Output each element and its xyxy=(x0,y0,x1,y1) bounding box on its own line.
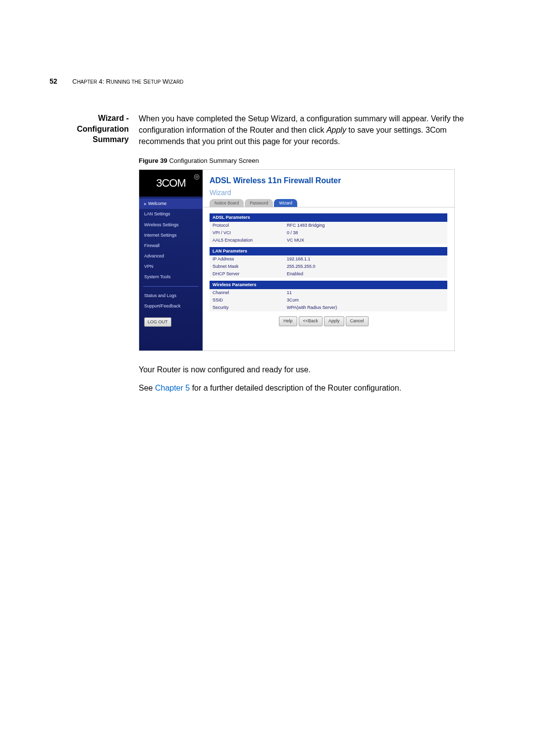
post-text-1: Your Router is now configured and ready … xyxy=(139,364,485,375)
figure-caption: Figure 39 Configuration Summary Screen xyxy=(139,156,485,166)
logo-swirl-icon: ◎ xyxy=(194,171,200,181)
nav-lan-settings[interactable]: LAN Settings xyxy=(139,209,203,219)
chapter-5-link[interactable]: Chapter 5 xyxy=(155,384,190,392)
logo-3com: ◎ 3COM xyxy=(139,170,203,197)
config-summary-screenshot: ◎ 3COM ▶Welcome LAN Settings Wireless Se… xyxy=(139,169,455,351)
param-row: DHCP ServerEnabled xyxy=(210,270,447,278)
nav-divider xyxy=(143,286,199,287)
nav-advanced[interactable]: Advanced xyxy=(139,251,203,261)
nav-list-2: Status and Logs Support/Feedback xyxy=(139,289,203,313)
router-title: ADSL Wireless 11n Firewall Router xyxy=(203,170,454,187)
tab-notice-board[interactable]: Notice Board xyxy=(210,199,244,207)
wizard-button-row: Help <<Back Apply Cancel xyxy=(210,311,447,326)
tab-password[interactable]: Password xyxy=(245,199,273,207)
nav-status-logs[interactable]: Status and Logs xyxy=(139,291,203,301)
param-row: AAL5 EncapsulationVC MUX xyxy=(210,237,447,244)
lan-parameters-header: LAN Parameters xyxy=(210,247,447,255)
router-main: ADSL Wireless 11n Firewall Router Wizard… xyxy=(203,170,454,351)
router-sidebar: ◎ 3COM ▶Welcome LAN Settings Wireless Se… xyxy=(139,170,203,351)
post-text-2: See Chapter 5 for a further detailed des… xyxy=(139,382,485,394)
logout-button[interactable]: LOG OUT xyxy=(144,317,171,327)
nav-welcome[interactable]: ▶Welcome xyxy=(139,199,203,209)
tab-bar: Notice Board Password Wizard xyxy=(203,199,454,207)
nav-firewall[interactable]: Firewall xyxy=(139,241,203,251)
apply-button[interactable]: Apply xyxy=(324,316,344,326)
param-row: ProtocolRFC 1483 Bridging xyxy=(210,222,447,229)
help-button[interactable]: Help xyxy=(279,316,297,326)
router-subtitle: Wizard xyxy=(203,188,454,199)
adsl-parameters-header: ADSL Parameters xyxy=(210,213,447,222)
nav-internet-settings[interactable]: Internet Settings xyxy=(139,230,203,241)
nav-selected-icon: ▶ xyxy=(144,202,147,205)
wireless-parameters-header: Wireless Parameters xyxy=(210,281,447,289)
nav-vpn[interactable]: VPN xyxy=(139,261,203,272)
chapter-header: CHAPTER 4: RUNNING THE SETUP WIZARD xyxy=(72,78,183,85)
nav-list: ▶Welcome LAN Settings Wireless Settings … xyxy=(139,197,203,284)
cancel-button[interactable]: Cancel xyxy=(346,316,369,326)
running-header: 52 CHAPTER 4: RUNNING THE SETUP WIZARD xyxy=(50,77,485,85)
apply-term: Apply xyxy=(326,126,346,134)
nav-wireless-settings[interactable]: Wireless Settings xyxy=(139,220,203,230)
section-heading: Wizard - Configuration Summary xyxy=(50,113,129,401)
nav-system-tools[interactable]: System Tools xyxy=(139,272,203,282)
nav-support-feedback[interactable]: Support/Feedback xyxy=(139,301,203,311)
param-row: SecurityWPA(with Radius Server) xyxy=(210,304,447,311)
tab-wizard[interactable]: Wizard xyxy=(274,199,297,207)
param-row: SSID3Com xyxy=(210,297,447,304)
intro-paragraph: When you have completed the Setup Wizard… xyxy=(139,113,485,148)
page-number: 52 xyxy=(50,77,63,85)
param-row: Channel11 xyxy=(210,289,447,297)
parameters-area: ADSL Parameters ProtocolRFC 1483 Bridgin… xyxy=(203,207,454,333)
param-row: VPI / VCI0 / 38 xyxy=(210,229,447,237)
param-row: Subnet Mask255.255.255.0 xyxy=(210,263,447,270)
back-button[interactable]: <<Back xyxy=(299,316,323,326)
param-row: IP Address192.168.1.1 xyxy=(210,255,447,263)
